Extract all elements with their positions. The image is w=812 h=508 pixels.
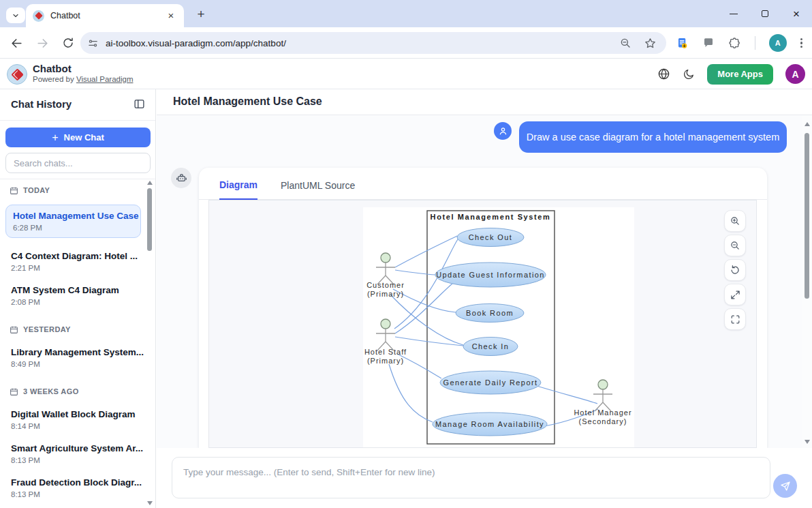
send-plane-icon — [780, 481, 791, 492]
chat-scrollbar[interactable] — [802, 115, 812, 448]
scroll-up-arrow[interactable] — [147, 181, 153, 185]
message-input-area — [157, 448, 812, 508]
section-yesterday: YESTERDAY — [10, 325, 142, 334]
chat-list: TODAY Hotel Management Use Case 6:28 PM … — [0, 179, 146, 508]
chat-item-title: Fraud Detection Block Diagr... — [11, 477, 142, 488]
chat-item-title: Digital Wallet Block Diagram — [11, 409, 142, 419]
scrollbar-thumb[interactable] — [805, 133, 809, 299]
section-3-weeks-ago: 3 WEEKS AGO — [10, 387, 142, 396]
actor-hotel-manager — [593, 380, 612, 411]
new-chat-button[interactable]: + New Chat — [5, 128, 151, 147]
actor-hotel-staff — [376, 319, 395, 350]
browser-menu-icon[interactable] — [800, 38, 802, 48]
browser-toolbar: ai-toolbox.visual-paradigm.com/app/chatb… — [0, 27, 812, 59]
tab-search-button[interactable] — [6, 8, 25, 23]
panel-toggle-icon — [134, 98, 145, 110]
language-globe-icon[interactable] — [657, 68, 670, 80]
chat-item-time: 8:49 PM — [11, 360, 142, 368]
scrollbar-thumb[interactable] — [147, 188, 152, 251]
chat-item-fraud-detection[interactable]: Fraud Detection Block Diagr... 8:13 PM — [5, 477, 142, 498]
person-icon — [498, 126, 508, 136]
section-label: 3 WEEKS AGO — [23, 387, 79, 395]
scroll-down-arrow[interactable] — [805, 440, 810, 444]
tab-close-icon[interactable]: × — [165, 10, 177, 22]
fullscreen-button[interactable] — [724, 308, 746, 330]
chat-item-hotel-management[interactable]: Hotel Management Use Case 6:28 PM — [5, 205, 141, 238]
send-button[interactable] — [773, 474, 797, 498]
window-maximize-button[interactable] — [749, 0, 781, 27]
powered-by: Powered by Visual Paradigm — [33, 75, 133, 83]
tab-plantuml-source[interactable]: PlantUML Source — [281, 180, 355, 199]
actor-manager-name: Hotel Manager — [574, 408, 631, 417]
usecase-label: Check Out — [469, 233, 513, 241]
chat-item-atm-c4[interactable]: ATM System C4 Diagram 2:08 PM — [5, 285, 142, 306]
reload-button[interactable] — [57, 32, 79, 54]
chat-messages-area: Draw a use case diagram for a hotel mana… — [157, 115, 812, 448]
dark-mode-moon-icon[interactable] — [683, 68, 695, 80]
browser-profile-avatar[interactable]: A — [769, 34, 787, 52]
chat-item-title: Library Management System... — [11, 347, 142, 357]
app-name: Chatbot — [33, 63, 72, 74]
extensions-puzzle-icon[interactable] — [728, 37, 741, 50]
chat-item-title: Hotel Management Use Case — [13, 211, 134, 221]
window-minimize-button[interactable] — [718, 0, 749, 27]
powered-by-prefix: Powered by — [33, 75, 76, 83]
chat-item-time: 8:13 PM — [11, 490, 142, 498]
new-tab-button[interactable]: + — [192, 5, 210, 23]
browser-tabstrip: Chatbot × + × — [0, 0, 812, 27]
url-text[interactable]: ai-toolbox.visual-paradigm.com/app/chatb… — [106, 38, 619, 48]
sidebar-title: Chat History — [11, 98, 72, 110]
chat-item-digital-wallet[interactable]: Digital Wallet Block Diagram 8:14 PM — [5, 409, 142, 430]
actor-staff-name: Hotel Staff — [364, 348, 407, 356]
bookmark-star-icon[interactable] — [644, 37, 657, 50]
visual-paradigm-favicon — [33, 10, 44, 22]
search-chats-input[interactable] — [5, 153, 151, 173]
collapse-sidebar-button[interactable] — [134, 98, 145, 110]
user-account-avatar[interactable]: A — [785, 64, 805, 84]
window-controls: × — [718, 0, 812, 27]
user-message-bubble: Draw a use case diagram for a hotel mana… — [519, 121, 787, 153]
actor-customer-role: (Primary) — [367, 290, 404, 298]
user-message-avatar — [494, 122, 512, 140]
comment-extension-icon[interactable] — [702, 37, 715, 49]
expand-button[interactable] — [724, 284, 746, 305]
message-input[interactable] — [172, 457, 770, 498]
chat-item-time: 6:28 PM — [13, 224, 134, 232]
chat-title: Hotel Management Use Case — [173, 95, 322, 108]
plus-icon: + — [52, 132, 58, 144]
window-close-button[interactable]: × — [781, 0, 812, 27]
diagram-result-card: Diagram PlantUML Source Hotel Management… — [199, 168, 767, 448]
back-button[interactable] — [5, 32, 27, 54]
forward-arrow-icon — [36, 37, 49, 50]
tab-title: Chatbot — [50, 11, 165, 20]
section-label: YESTERDAY — [23, 325, 71, 333]
scroll-up-arrow[interactable] — [805, 122, 810, 126]
site-settings-icon[interactable] — [87, 38, 99, 49]
chat-item-c4-context[interactable]: C4 Context Diagram: Hotel ... 2:21 PM — [5, 251, 142, 272]
zoom-out-button[interactable] — [724, 235, 746, 256]
scroll-down-arrow[interactable] — [147, 501, 153, 505]
forward-button[interactable] — [31, 32, 53, 54]
tab-diagram[interactable]: Diagram — [219, 179, 257, 200]
zoom-in-button[interactable] — [724, 210, 746, 232]
close-icon: × — [793, 8, 800, 20]
sidebar-scrollbar[interactable] — [145, 179, 155, 508]
visual-paradigm-logo — [7, 64, 27, 85]
more-apps-button[interactable]: More Apps — [707, 64, 773, 85]
chat-item-time: 8:14 PM — [11, 422, 142, 430]
use-case-diagram: Hotel Management System — [363, 207, 634, 448]
chat-item-smart-agriculture[interactable]: Smart Agriculture System Ar... 8:13 PM — [5, 443, 142, 464]
visual-paradigm-link[interactable]: Visual Paradigm — [76, 75, 134, 83]
chat-item-title: C4 Context Diagram: Hotel ... — [11, 251, 142, 261]
diagram-viewport[interactable]: Hotel Management System — [208, 200, 757, 448]
chat-item-time: 2:21 PM — [11, 264, 142, 272]
address-bar[interactable]: ai-toolbox.visual-paradigm.com/app/chatb… — [80, 32, 666, 54]
chat-item-library[interactable]: Library Management System... 8:49 PM — [5, 347, 142, 368]
calendar-icon — [10, 186, 18, 195]
browser-tab-chatbot[interactable]: Chatbot × — [26, 4, 184, 27]
reset-view-button[interactable] — [724, 259, 746, 281]
system-title: Hotel Management System — [431, 213, 551, 221]
docs-extension-icon[interactable] — [676, 37, 689, 50]
section-label: TODAY — [23, 186, 50, 194]
zoom-indicator-icon[interactable] — [619, 37, 631, 49]
